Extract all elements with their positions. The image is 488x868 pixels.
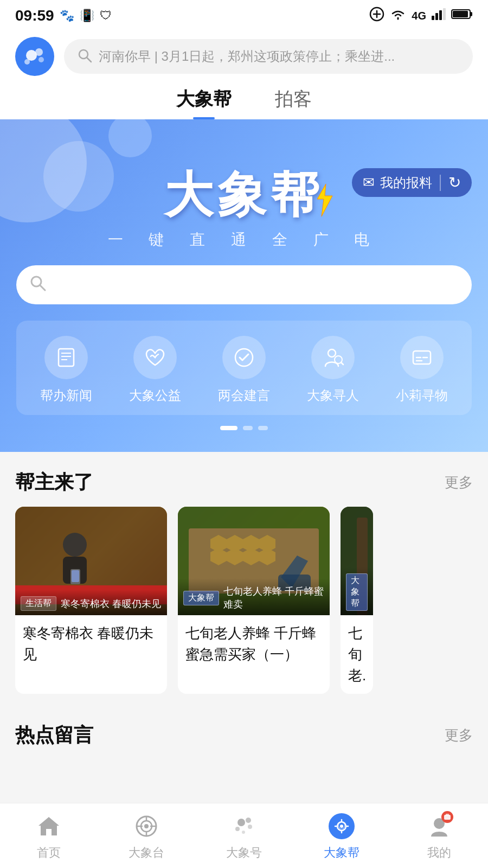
nav-daxiangbang-icon [326,811,357,841]
svg-rect-1 [432,16,434,20]
nav-mine-icon [424,811,454,841]
search-icon [77,48,92,65]
svg-point-58 [235,827,240,831]
svg-point-60 [242,831,245,834]
svg-point-63 [340,825,343,828]
nav-mine[interactable]: 我的 [390,811,488,861]
status-paw-icon: 🐾 [60,9,74,23]
search-bar[interactable]: 河南你早 | 3月1日起，郑州这项政策停止；乘坐进... [64,39,473,74]
svg-point-51 [144,824,149,828]
bangban-xinwen-icon [44,336,88,379]
svg-rect-2 [435,13,438,20]
bangban-xinwen-label: 帮办新闻 [40,387,92,404]
category-daxiang-xunren[interactable]: 大象寻人 [307,336,359,404]
nav-daxiangbang[interactable]: 大象帮 [293,811,390,861]
svg-rect-6 [453,11,468,17]
network-type-label: 4G [412,10,426,22]
news-1-source: 生活帮 [21,596,56,611]
category-bangban-xinwen[interactable]: 帮办新闻 [40,336,92,404]
svg-rect-17 [59,349,74,366]
refresh-icon[interactable]: ↻ [448,174,461,192]
svg-rect-4 [443,8,446,20]
category-lianghui-jianyan[interactable]: 两会建言 [218,336,270,404]
news-card-3-content: 七旬老... [341,615,373,694]
xiaoli-xunwu-label: 小莉寻物 [396,387,448,404]
svg-marker-14 [317,184,332,216]
hero-content: ✉ 我的报料 ↻ 大象帮 一 键 直 通 全 广 电 [16,168,472,430]
news-card-3-image: 大象帮 [341,507,373,615]
news-2-overlay-text: 七旬老人养蜂 千斤蜂蜜难卖 [223,585,324,611]
news-card-1-title: 寒冬寄棉衣 春暖仍未见 [23,623,159,665]
signal-bars-icon [432,8,446,23]
lianghui-jianyan-icon [222,336,266,379]
news-card-3-title: 七旬老... [348,623,365,686]
category-daxiang-gongyi[interactable]: 大象公益 [129,336,181,404]
tab-daxiangbang[interactable]: 大象帮 [176,87,232,119]
tab-bar: 大象帮 拍客 [0,76,488,119]
news-card-1-image: 生活帮 寒冬寄棉衣 春暖仍未见 [15,507,167,615]
svg-point-10 [24,59,30,65]
news-2-source: 大象帮 [183,591,219,605]
header: 河南你早 | 3月1日起，郑州这项政策停止；乘坐进... [0,29,488,76]
app-logo[interactable] [15,37,54,76]
nav-mine-badge [441,811,453,823]
news-card-2[interactable]: 大象帮 七旬老人养蜂 千斤蜂蜜难卖 七旬老人养蜂 千斤蜂蜜急需买家（一） [178,507,330,694]
lightning-icon [313,184,335,216]
hero-main-title: 大象帮 [164,168,324,222]
nav-daxianghao[interactable]: 大象号 [195,811,293,861]
envelope-icon: ✉ [363,174,375,191]
news-3-source: 大象帮 [346,573,368,611]
news-card-2-title: 七旬老人养蜂 千斤蜂蜜急需买家（一） [185,623,322,665]
category-row: 帮办新闻 大象公益 两会建言 [16,321,472,415]
search-placeholder-text: 河南你早 | 3月1日起，郑州这项政策停止；乘坐进... [99,48,395,65]
hero-subtitle: 一 键 直 通 全 广 电 [16,229,472,250]
daxiang-xunren-icon [311,336,355,379]
wifi-icon [390,8,406,23]
news-card-1[interactable]: 生活帮 寒冬寄棉衣 春暖仍未见 寒冬寄棉衣 春暖仍未见 [15,507,167,694]
daxiang-gongyi-icon [133,336,177,379]
tab-pake[interactable]: 拍客 [275,87,312,119]
svg-point-9 [35,48,43,56]
banner-search-input[interactable] [16,265,472,304]
nav-daxiangtai[interactable]: 大象台 [98,811,195,861]
my-report-label: 我的报料 [380,174,432,192]
banner-search-icon [29,275,47,296]
svg-line-13 [87,58,91,62]
svg-point-59 [248,825,252,829]
daxiang-gongyi-label: 大象公益 [129,387,181,404]
hot-comments-more[interactable]: 更多 [445,726,473,745]
news-cards-row: 生活帮 寒冬寄棉衣 春暖仍未见 寒冬寄棉衣 春暖仍未见 [0,507,488,705]
dot-1 [220,426,237,430]
nav-home[interactable]: 首页 [0,811,98,861]
svg-point-11 [38,57,44,62]
nav-home-icon [34,811,64,841]
my-report-button[interactable]: ✉ 我的报料 ↻ [352,168,472,197]
bangzhu-title: 帮主来了 [15,469,93,496]
hot-comments-title: 热点留言 [15,722,93,749]
report-divider [440,175,441,191]
svg-point-21 [328,349,336,357]
hero-banner: ✉ 我的报料 ↻ 大象帮 一 键 直 通 全 广 电 [0,119,488,452]
daxiang-xunren-label: 大象寻人 [307,387,359,404]
news-card-3[interactable]: 大象帮 七旬老... [341,507,373,694]
news-3-overlay: 大象帮 [341,567,373,615]
svg-point-8 [26,50,37,61]
news-1-overlay: 生活帮 寒冬寄棉衣 春暖仍未见 [15,590,167,615]
svg-rect-33 [72,570,79,582]
news-1-overlay-text: 寒冬寄棉衣 春暖仍未见 [61,597,162,610]
hot-comments-header: 热点留言 更多 [0,705,488,760]
bangzhu-more[interactable]: 更多 [445,473,473,492]
svg-rect-66 [446,814,449,816]
battery-icon [451,8,473,23]
svg-point-30 [63,533,87,557]
bangzhu-section-header: 帮主来了 更多 [0,452,488,507]
news-card-2-image: 大象帮 七旬老人养蜂 千斤蜂蜜难卖 [178,507,330,615]
nav-daxianghao-icon [229,811,259,841]
svg-point-56 [237,819,245,826]
nav-daxianghao-label: 大象号 [226,845,262,861]
status-bar: 09:59 🐾 📳 🛡 4G [0,0,488,29]
svg-line-23 [341,362,343,365]
dot-3 [258,426,268,430]
category-xiaoli-xunwu[interactable]: 小莉寻物 [396,336,448,404]
status-right-icons: 4G [369,7,473,25]
